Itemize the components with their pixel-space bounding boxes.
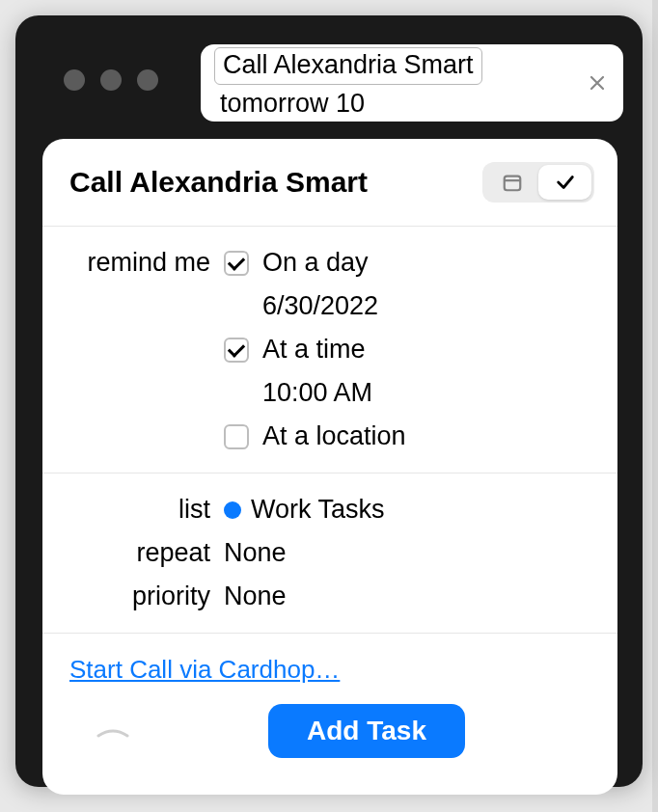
list-row[interactable]: list Work Tasks [69,495,594,525]
task-mode[interactable] [538,165,591,200]
calendar-mode[interactable] [485,165,538,200]
at-a-time-checkbox[interactable] [224,338,249,363]
repeat-row[interactable]: repeat None [69,538,594,568]
close-icon[interactable] [585,70,610,95]
list-value: Work Tasks [251,495,385,525]
at-a-location-checkbox[interactable] [224,424,249,449]
remind-section: remind me On a day 6/30/2022 At a time 1… [42,227,617,474]
on-a-day-value[interactable]: 6/30/2022 [224,291,594,321]
add-task-button[interactable]: Add Task [268,704,465,758]
priority-row[interactable]: priority None [69,582,594,611]
at-a-time-value[interactable]: 10:00 AM [224,378,594,408]
at-a-location-option[interactable]: At a location [224,421,594,451]
task-card: Call Alexandria Smart remind me On a day [42,139,617,795]
entry-rest[interactable]: tomorrow 10 [214,89,585,119]
details-section: list Work Tasks repeat None priority Non… [42,474,617,634]
task-title: Call Alexandria Smart [69,166,368,199]
repeat-label: repeat [69,538,224,568]
app-window: Call Alexandria Smart tomorrow 10 Call A… [15,15,643,787]
chevron-up-icon[interactable] [96,717,129,746]
list-label: list [69,495,224,525]
traffic-lights[interactable] [64,69,158,91]
quick-entry-field[interactable]: Call Alexandria Smart tomorrow 10 [201,44,623,122]
at-a-time-label: At a time [262,335,366,365]
window-edge [652,0,658,812]
start-call-link[interactable]: Start Call via Cardhop… [69,655,340,684]
at-a-time-option[interactable]: At a time [224,335,594,365]
repeat-value: None [224,538,287,568]
entry-token[interactable]: Call Alexandria Smart [214,47,482,85]
traffic-close[interactable] [64,69,85,91]
quick-entry-content: Call Alexandria Smart tomorrow 10 [214,47,585,119]
traffic-zoom[interactable] [137,69,158,91]
traffic-minimize[interactable] [100,69,122,91]
type-toggle[interactable] [482,162,594,203]
priority-value: None [224,582,287,611]
on-a-day-option[interactable]: On a day [224,248,594,278]
action-section: Start Call via Cardhop… Add Task [42,634,617,795]
priority-label: priority [69,582,224,611]
svg-rect-0 [504,176,520,191]
checkmark-icon [555,172,576,193]
list-color-dot [224,501,241,519]
at-a-location-label: At a location [262,421,406,451]
title-row: Call Alexandria Smart [42,139,617,227]
on-a-day-label: On a day [262,248,369,278]
remind-label: remind me [69,248,224,451]
calendar-icon [502,172,523,193]
on-a-day-checkbox[interactable] [224,251,249,276]
